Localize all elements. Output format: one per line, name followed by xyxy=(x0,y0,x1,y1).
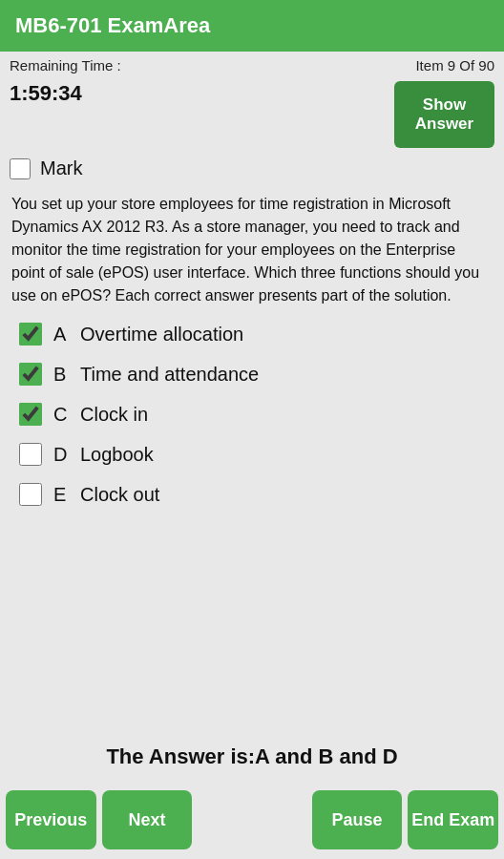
answer-text: The Answer is:A and B and D xyxy=(106,744,397,768)
option-text-e[interactable]: Clock out xyxy=(80,484,159,506)
option-text-b[interactable]: Time and attendance xyxy=(80,364,259,386)
option-checkbox-d[interactable] xyxy=(19,443,42,466)
options-area: AOvertime allocationBTime and attendance… xyxy=(0,319,504,725)
remaining-label: Remaining Time : xyxy=(10,57,121,73)
bottom-spacer xyxy=(198,790,306,849)
app-header: MB6-701 ExamArea xyxy=(0,0,504,52)
option-checkbox-e[interactable] xyxy=(19,483,42,506)
timer-display: 1:59:34 xyxy=(10,81,394,106)
mark-row: Mark xyxy=(0,152,504,185)
option-row: BTime and attendance xyxy=(19,363,493,386)
option-checkbox-b[interactable] xyxy=(19,363,42,386)
app-title: MB6-701 ExamArea xyxy=(15,13,210,37)
option-letter-b[interactable]: B xyxy=(53,364,80,386)
meta-bar: Remaining Time : Item 9 Of 90 xyxy=(0,52,504,77)
end-exam-button[interactable]: End Exam xyxy=(408,790,498,849)
option-text-d[interactable]: Logbook xyxy=(80,444,154,466)
item-label: Item 9 Of 90 xyxy=(415,57,494,73)
option-letter-d[interactable]: D xyxy=(53,444,80,466)
option-text-a[interactable]: Overtime allocation xyxy=(80,324,243,346)
question-text: You set up your store employees for time… xyxy=(0,185,504,319)
option-letter-e[interactable]: E xyxy=(53,484,80,506)
option-checkbox-c[interactable] xyxy=(19,403,42,426)
option-checkbox-a[interactable] xyxy=(19,323,42,346)
option-row: AOvertime allocation xyxy=(19,323,493,346)
option-row: EClock out xyxy=(19,483,493,506)
answer-area: The Answer is:A and B and D xyxy=(0,725,504,781)
pause-button[interactable]: Pause xyxy=(312,790,403,849)
show-answer-button[interactable]: Show Answer xyxy=(394,81,494,148)
next-button[interactable]: Next xyxy=(102,790,193,849)
bottom-bar: Previous Next Pause End Exam xyxy=(0,781,504,859)
option-row: DLogbook xyxy=(19,443,493,466)
option-letter-c[interactable]: C xyxy=(53,404,80,426)
option-letter-a[interactable]: A xyxy=(53,324,80,346)
option-row: CClock in xyxy=(19,403,493,426)
previous-button[interactable]: Previous xyxy=(6,790,96,849)
option-text-c[interactable]: Clock in xyxy=(80,404,148,426)
timer-row: 1:59:34 Show Answer xyxy=(0,77,504,152)
mark-label[interactable]: Mark xyxy=(40,157,82,179)
mark-checkbox[interactable] xyxy=(10,158,31,179)
